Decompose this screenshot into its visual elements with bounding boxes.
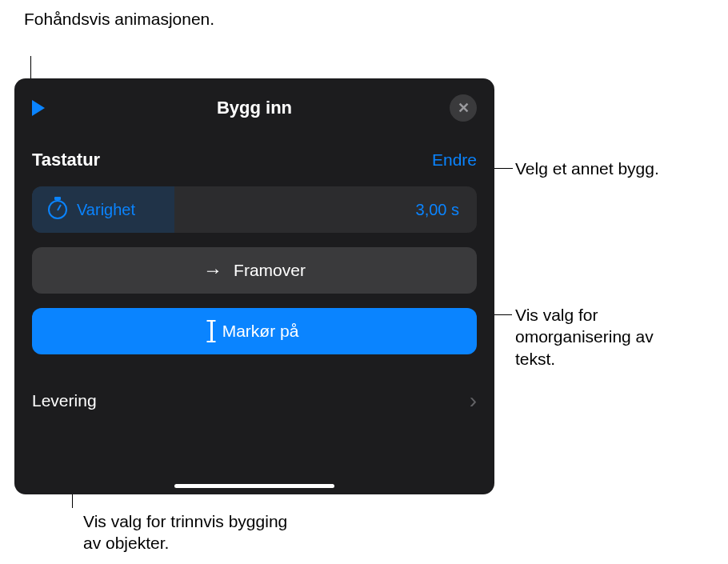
marker-button[interactable]: Markør på — [32, 308, 477, 354]
annotation-delivery: Vis valg for trinnvis bygging av objekte… — [83, 510, 291, 554]
direction-button[interactable]: → Framover — [32, 247, 477, 294]
close-icon: ✕ — [458, 99, 470, 117]
annotation-change: Velg et annet bygg. — [515, 158, 659, 179]
cursor-icon — [210, 321, 213, 342]
direction-label: Framover — [234, 261, 306, 280]
close-button[interactable]: ✕ — [450, 94, 477, 122]
panel-header: Bygg inn ✕ — [32, 94, 477, 122]
annotation-direction: Vis valg for omorganisering av tekst. — [515, 304, 675, 370]
panel-title: Bygg inn — [217, 98, 292, 118]
duration-value: 3,00 s — [416, 201, 477, 219]
build-in-panel: Bygg inn ✕ Tastatur Endre Varighet 3,00 … — [14, 78, 494, 494]
effect-section-row: Tastatur Endre — [32, 150, 477, 170]
duration-label: Varighet — [77, 201, 135, 219]
home-indicator — [174, 484, 334, 488]
preview-play-icon[interactable] — [32, 100, 45, 116]
effect-name-label: Tastatur — [32, 150, 100, 170]
delivery-row[interactable]: Levering › — [32, 385, 477, 417]
marker-label: Markør på — [222, 322, 299, 341]
duration-control[interactable]: Varighet 3,00 s — [32, 186, 477, 233]
annotation-preview: Fohåndsvis animasjonen. — [24, 8, 214, 30]
change-effect-link[interactable]: Endre — [432, 150, 477, 170]
duration-left-segment: Varighet — [32, 186, 174, 233]
delivery-label: Levering — [32, 391, 97, 410]
timer-icon — [48, 200, 67, 219]
chevron-right-icon: › — [470, 388, 477, 414]
arrow-right-icon: → — [203, 259, 222, 282]
